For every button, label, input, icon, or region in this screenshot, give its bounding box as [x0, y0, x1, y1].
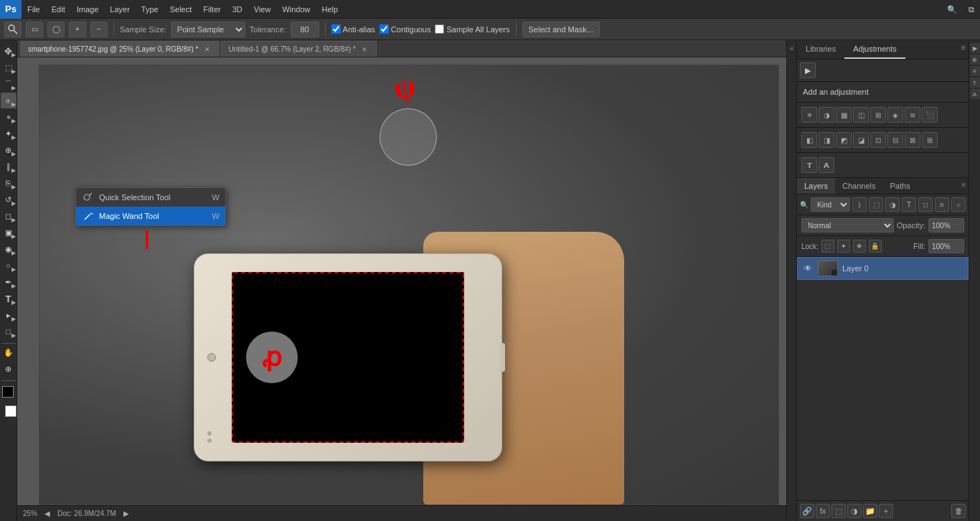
magic-wand-tool[interactable]: ⍟▶	[1, 93, 17, 108]
tool-preset-btn[interactable]	[4, 22, 22, 37]
layers-type-filter[interactable]: T	[902, 197, 916, 212]
adj-vibrance[interactable]: ⊞	[870, 107, 886, 123]
lasso-tool[interactable]: ⌒▶	[1, 76, 17, 92]
hand-tool[interactable]: ✋	[1, 344, 17, 360]
adj-brightness[interactable]: ☀	[801, 107, 817, 123]
strip-btn-1[interactable]: ▶	[970, 43, 980, 53]
delete-layer-btn[interactable]: 🗑	[951, 504, 966, 518]
adj-invert[interactable]: ◪	[853, 132, 869, 148]
adj-channel-mixer[interactable]: ◨	[819, 132, 834, 148]
strip-btn-4[interactable]: T	[970, 78, 980, 88]
add-fill-btn[interactable]: ◑	[847, 504, 862, 518]
adj-curves[interactable]: ▦	[836, 107, 852, 123]
menu-view[interactable]: View	[248, 0, 277, 19]
menu-help[interactable]: Help	[316, 0, 344, 19]
add-layer-btn[interactable]: +	[879, 504, 893, 518]
layers-pixel-filter[interactable]: ⬚	[869, 197, 883, 212]
sample-size-select[interactable]: Point Sample 3 by 3 Average 5 by 5 Avera…	[171, 22, 245, 37]
layers-filter-toggle[interactable]: ○	[951, 197, 966, 212]
pen-tool[interactable]: ✒▶	[1, 274, 17, 290]
select-add[interactable]: +	[69, 22, 86, 37]
layers-filter-icon[interactable]: ⟩	[852, 197, 867, 212]
history-brush-tool[interactable]: ↺▶	[1, 192, 17, 207]
layers-tab-channels[interactable]: Channels	[835, 178, 882, 194]
menu-layer[interactable]: Layer	[104, 0, 136, 19]
adj-hsl[interactable]: ◈	[887, 107, 903, 123]
select-shape-round[interactable]: ◯	[47, 22, 65, 37]
select-subtract[interactable]: −	[90, 22, 108, 37]
adj-exposure[interactable]: ◫	[853, 107, 869, 123]
menu-3d[interactable]: 3D	[227, 0, 248, 19]
tab-libraries[interactable]: Libraries	[797, 40, 844, 59]
adj-a-icon[interactable]: 𝗔	[819, 157, 834, 173]
strip-btn-5[interactable]: A	[970, 89, 980, 99]
fill-input[interactable]	[928, 239, 964, 253]
add-mask-btn[interactable]: ⬚	[831, 504, 846, 518]
menu-edit[interactable]: Edit	[46, 0, 71, 19]
dodge-tool[interactable]: ○▶	[1, 258, 17, 273]
layers-tab-paths[interactable]: Paths	[883, 178, 918, 194]
zoom-tool[interactable]: ⊕	[1, 361, 17, 377]
sample-all-layers-checkbox-wrap[interactable]: Sample All Layers	[435, 24, 509, 34]
brush-tool[interactable]: ∥▶	[1, 159, 17, 174]
foreground-color[interactable]	[1, 385, 17, 400]
add-fx-btn[interactable]: fx	[816, 504, 830, 518]
adj-color-balance[interactable]: ≋	[905, 107, 920, 123]
blur-tool[interactable]: ◉▶	[1, 241, 17, 257]
add-group-btn[interactable]: 📁	[863, 504, 877, 518]
adj-bw[interactable]: ⬛	[922, 107, 938, 123]
tool-menu-magic-wand[interactable]: Magic Wand Tool W	[76, 207, 225, 225]
menu-filter[interactable]: Filter	[197, 0, 226, 19]
adj-selective-color[interactable]: ⊞	[922, 132, 938, 148]
eraser-tool[interactable]: ◻▶	[1, 208, 17, 224]
menu-type[interactable]: Type	[136, 0, 164, 19]
status-arrow[interactable]: ◀	[44, 510, 50, 517]
strip-btn-2[interactable]: ⊕	[970, 55, 980, 65]
tolerance-input[interactable]	[291, 22, 319, 37]
move-tool[interactable]: ✥▶	[1, 43, 17, 59]
adj-gradient-map[interactable]: ⊠	[905, 132, 920, 148]
layers-panel-menu[interactable]: ≡	[958, 178, 969, 194]
menu-file[interactable]: File	[22, 0, 46, 19]
adj-t-icon[interactable]: 𝗧	[801, 157, 817, 173]
canvas-content[interactable]: ψ	[17, 57, 786, 521]
panel-menu-btn[interactable]: ≡	[958, 40, 969, 59]
select-shape-rect[interactable]: ▭	[26, 22, 43, 37]
canvas-image-area[interactable]: ψ	[39, 65, 779, 505]
menu-window[interactable]: Window	[276, 0, 316, 19]
tab-1-close[interactable]: ✕	[203, 45, 212, 54]
lock-position-btn[interactable]: ✦	[837, 240, 850, 253]
blend-mode-select[interactable]: Normal Multiply Screen	[801, 218, 894, 233]
lock-pixels-btn[interactable]: ⬚	[821, 240, 834, 253]
status-arrow-right[interactable]: ▶	[123, 510, 129, 517]
layers-adj-filter[interactable]: ◑	[885, 197, 900, 212]
menu-image[interactable]: Image	[71, 0, 105, 19]
layer-0-item[interactable]: 👁 Layer 0	[797, 257, 969, 280]
background-color[interactable]	[1, 401, 17, 417]
collapse-right-btn[interactable]: «	[786, 40, 796, 521]
adj-posterize[interactable]: ⊡	[870, 132, 886, 148]
add-link-btn[interactable]: 🔗	[800, 504, 814, 518]
workspace-btn[interactable]: ⧉	[963, 0, 980, 19]
tab-2-close[interactable]: ✕	[360, 45, 369, 54]
contiguous-checkbox[interactable]	[380, 24, 389, 34]
select-and-mask-btn[interactable]: Select and Mask...	[522, 22, 600, 37]
tab-1[interactable]: smartphone-1957742.jpg @ 25% (Layer 0, R…	[20, 41, 220, 57]
menu-select[interactable]: Select	[164, 0, 198, 19]
layers-shape-filter[interactable]: □	[918, 197, 933, 212]
tab-adjustments[interactable]: Adjustments	[844, 40, 905, 59]
layers-smart-filter[interactable]: ≡	[935, 197, 949, 212]
eyedropper-tool[interactable]: ✦▶	[1, 126, 17, 141]
marquee-tool[interactable]: ⬚▶	[1, 60, 17, 75]
layers-kind-select[interactable]: Kind	[811, 197, 850, 212]
clone-stamp-tool[interactable]: ⎘▶	[1, 175, 17, 191]
shape-tool[interactable]: □▶	[1, 324, 17, 339]
anti-alias-checkbox-wrap[interactable]: Anti-alias	[331, 24, 375, 34]
adj-play-btn[interactable]: ▶	[800, 62, 816, 78]
opacity-input[interactable]	[928, 218, 964, 233]
layers-tab-layers[interactable]: Layers	[797, 178, 835, 194]
adj-threshold[interactable]: ⊟	[887, 132, 903, 148]
contiguous-checkbox-wrap[interactable]: Contiguous	[380, 24, 431, 34]
sample-all-layers-checkbox[interactable]	[435, 24, 444, 34]
gradient-tool[interactable]: ▣▶	[1, 225, 17, 240]
